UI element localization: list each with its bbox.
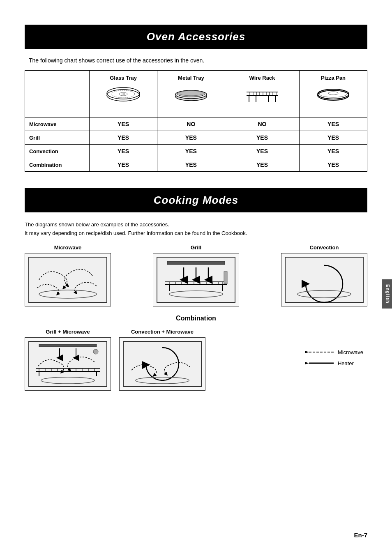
microwave-pizza: YES [300, 117, 367, 131]
cooking-modes-title: Cooking Modes [25, 194, 367, 207]
metal-tray-icon [159, 81, 223, 114]
mode-grill: Grill [25, 131, 90, 145]
svg-marker-77 [305, 351, 309, 353]
grill-diagram-img [153, 253, 239, 306]
microwave-diagram-img [25, 253, 111, 306]
combination-wire: YES [225, 158, 299, 172]
table-col-wire-rack: Wire Rack [225, 71, 299, 117]
legend-heater-line-svg [305, 360, 334, 366]
grill-microwave-diagram: Grill + Microwave [25, 329, 111, 391]
pizza-pan-svg [315, 81, 352, 104]
svg-rect-56 [39, 344, 97, 347]
table-row: Convection YES YES YES YES [25, 145, 367, 158]
table-col-pizza-pan: Pizza Pan [300, 71, 367, 117]
svg-rect-33 [167, 261, 225, 265]
glass-tray-svg [105, 81, 142, 104]
cooking-modes-header: Cooking Modes [25, 188, 367, 212]
table-col-empty [25, 71, 90, 117]
cooking-intro-line1: The diagrams shown below are examples of… [25, 221, 367, 229]
mode-combination: Combination [25, 158, 90, 172]
svg-point-28 [319, 90, 347, 97]
svg-marker-79 [305, 362, 309, 364]
grill-diagram-label: Grill [191, 244, 201, 251]
oven-accessories-title: Oven Accessories [25, 30, 367, 43]
glass-tray-icon [91, 81, 155, 114]
cooking-intro: The diagrams shown below are examples of… [25, 221, 367, 238]
cooking-diagrams-row: Microwave [25, 244, 367, 306]
combination-title: Combination [25, 315, 367, 322]
legend-microwave-text: Microwave [338, 349, 363, 355]
convection-microwave-img [119, 337, 205, 391]
microwave-diagram-label: Microwave [54, 244, 81, 251]
combination-row: Grill + Microwave [25, 329, 367, 391]
convection-svg [283, 255, 365, 304]
page: Oven Accessories The following chart sho… [0, 0, 392, 555]
grill-pizza: YES [300, 131, 367, 145]
oven-accessories-section: Oven Accessories The following chart sho… [25, 25, 367, 172]
legend-box: Microwave Heater [301, 341, 367, 375]
microwave-glass: YES [90, 117, 157, 131]
convection-microwave-label: Convection + Microwave [131, 329, 194, 335]
grill-glass: YES [90, 131, 157, 145]
legend-heater-text: Heater [338, 360, 354, 366]
cooking-modes-section: Cooking Modes The diagrams shown below a… [25, 188, 367, 391]
combination-glass: YES [90, 158, 157, 172]
convection-pizza: YES [300, 145, 367, 158]
microwave-diagram: Microwave [25, 244, 111, 306]
legend-microwave: Microwave [305, 349, 363, 355]
combination-metal: YES [157, 158, 225, 172]
legend-heater: Heater [305, 360, 363, 366]
convection-diagram: Convection [281, 244, 367, 306]
metal-tray-svg [173, 81, 210, 104]
table-col-metal-tray: Metal Tray [157, 71, 225, 117]
convection-microwave-svg [121, 339, 203, 389]
cooking-intro-line2: It may vary depending on recipe/dish use… [25, 229, 367, 238]
microwave-metal: NO [157, 117, 225, 131]
microwave-svg [27, 255, 109, 304]
convection-diagram-img [281, 253, 367, 306]
grill-diagram: Grill [153, 244, 239, 306]
page-number: En-7 [354, 532, 367, 539]
accessories-table-body: Microwave YES NO NO YES Grill YES YES YE… [25, 117, 367, 172]
svg-point-74 [93, 349, 98, 354]
grill-metal: YES [157, 131, 225, 145]
convection-microwave-diagram: Convection + Microwave [119, 329, 205, 391]
grill-wire: YES [225, 131, 299, 145]
svg-rect-53 [285, 257, 363, 302]
convection-diagram-label: Convection [310, 244, 339, 251]
svg-rect-75 [123, 341, 201, 387]
convection-glass: YES [90, 145, 157, 158]
grill-microwave-label: Grill + Microwave [46, 329, 90, 335]
convection-metal: YES [157, 145, 225, 158]
convection-wire: YES [225, 145, 299, 158]
svg-point-10 [179, 91, 203, 96]
mode-convection: Convection [25, 145, 90, 158]
table-col-glass-tray: Glass Tray [90, 71, 157, 117]
wire-rack-svg [242, 81, 283, 104]
svg-rect-52 [224, 272, 227, 284]
table-row: Combination YES YES YES YES [25, 158, 367, 172]
accessories-table: Glass Tray [25, 70, 367, 172]
grill-svg [155, 255, 237, 304]
oven-accessories-header: Oven Accessories [25, 25, 367, 49]
combination-pizza: YES [300, 158, 367, 172]
microwave-wire: NO [225, 117, 299, 131]
table-row: Microwave YES NO NO YES [25, 117, 367, 131]
table-header-row: Glass Tray [25, 71, 367, 117]
grill-microwave-svg [27, 339, 109, 389]
table-row: Grill YES YES YES YES [25, 131, 367, 145]
accessories-intro: The following chart shows correct use of… [29, 57, 367, 64]
legend-microwave-line-svg [305, 349, 334, 355]
svg-point-29 [328, 92, 338, 95]
grill-microwave-img [25, 337, 111, 391]
mode-microwave: Microwave [25, 117, 90, 131]
wire-rack-icon [227, 81, 297, 114]
pizza-pan-icon [301, 81, 365, 114]
english-tab: English [382, 279, 392, 309]
